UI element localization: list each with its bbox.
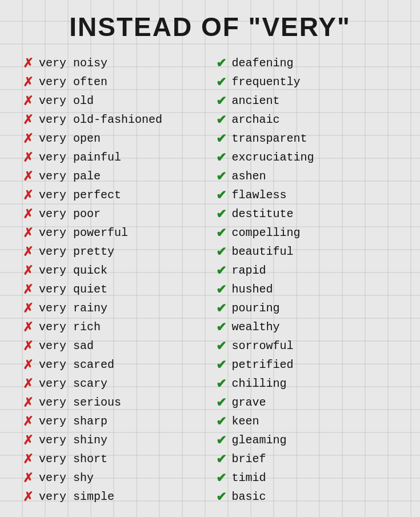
- left-column: ✗ very noisy ✗ very often ✗ very old ✗ v…: [17, 54, 210, 506]
- bad-word: very serious: [39, 396, 121, 409]
- check-icon: ✔: [216, 359, 226, 371]
- bad-word: very open: [39, 132, 101, 145]
- list-item: ✗ very powerful: [17, 223, 210, 242]
- list-item: ✗ very noisy: [17, 54, 210, 73]
- good-word: ancient: [232, 94, 280, 107]
- list-item: ✔ timid: [210, 468, 403, 487]
- list-item: ✗ very quiet: [17, 280, 210, 299]
- list-item: ✔ compelling: [210, 223, 403, 242]
- bad-word: very simple: [39, 490, 114, 503]
- check-icon: ✔: [216, 453, 226, 466]
- x-icon: ✗: [23, 114, 33, 126]
- good-word: petrified: [232, 358, 294, 371]
- check-icon: ✔: [216, 170, 226, 183]
- list-item: ✔ petrified: [210, 355, 403, 374]
- good-word: transparent: [232, 132, 307, 145]
- list-item: ✗ very shy: [17, 468, 210, 487]
- good-word: deafening: [232, 57, 294, 70]
- bad-word: very painful: [39, 151, 121, 164]
- list-item: ✗ very rich: [17, 318, 210, 336]
- good-word: wealthy: [232, 320, 280, 334]
- check-icon: ✔: [216, 151, 226, 164]
- good-word: grave: [232, 396, 266, 409]
- list-item: ✔ destitute: [210, 205, 403, 223]
- right-column: ✔ deafening ✔ frequently ✔ ancient ✔ arc…: [210, 54, 403, 506]
- list-item: ✔ hushed: [210, 280, 403, 299]
- good-word: brief: [232, 452, 266, 466]
- x-icon: ✗: [23, 283, 33, 296]
- check-icon: ✔: [216, 57, 226, 70]
- check-icon: ✔: [216, 283, 226, 296]
- check-icon: ✔: [216, 133, 226, 145]
- x-icon: ✗: [23, 396, 33, 409]
- x-icon: ✗: [23, 302, 33, 315]
- bad-word: very powerful: [39, 226, 128, 239]
- good-word: timid: [232, 471, 266, 484]
- list-item: ✗ very old-fashioned: [17, 110, 210, 129]
- good-word: keen: [232, 415, 259, 428]
- x-icon: ✗: [23, 434, 33, 447]
- list-item: ✗ very pale: [17, 167, 210, 186]
- bad-word: very noisy: [39, 57, 107, 70]
- list-item: ✔ ashen: [210, 167, 403, 186]
- x-icon: ✗: [23, 264, 33, 277]
- good-word: gleaming: [232, 434, 287, 447]
- check-icon: ✔: [216, 76, 226, 89]
- list-item: ✔ brief: [210, 450, 403, 468]
- list-item: ✗ very scary: [17, 374, 210, 393]
- list-item: ✗ very poor: [17, 205, 210, 223]
- list-item: ✔ transparent: [210, 129, 403, 148]
- bad-word: very rainy: [39, 302, 107, 315]
- bad-word: very pretty: [39, 245, 114, 258]
- list-item: ✔ keen: [210, 412, 403, 431]
- good-word: beautiful: [232, 245, 294, 258]
- bad-word: very short: [39, 452, 107, 466]
- x-icon: ✗: [23, 359, 33, 371]
- good-word: compelling: [232, 226, 301, 239]
- list-item: ✔ archaic: [210, 110, 403, 129]
- list-item: ✗ very simple: [17, 487, 210, 506]
- check-icon: ✔: [216, 208, 226, 221]
- list-item: ✔ rapid: [210, 261, 403, 280]
- bad-word: very shy: [39, 471, 94, 484]
- check-icon: ✔: [216, 264, 226, 277]
- check-icon: ✔: [216, 321, 226, 334]
- bad-word: very sad: [39, 339, 94, 352]
- x-icon: ✗: [23, 95, 33, 107]
- list-item: ✗ very scared: [17, 355, 210, 374]
- list-item: ✔ wealthy: [210, 318, 403, 336]
- list-item: ✗ very painful: [17, 148, 210, 167]
- bad-word: very pale: [39, 170, 101, 183]
- bad-word: very poor: [39, 207, 101, 221]
- list-item: ✗ very short: [17, 450, 210, 468]
- list-item: ✗ very sad: [17, 336, 210, 355]
- good-word: excruciating: [232, 151, 314, 164]
- good-word: frequently: [232, 75, 301, 89]
- x-icon: ✗: [23, 57, 33, 70]
- check-icon: ✔: [216, 434, 226, 447]
- x-icon: ✗: [23, 208, 33, 221]
- x-icon: ✗: [23, 378, 33, 390]
- x-icon: ✗: [23, 321, 33, 334]
- x-icon: ✗: [23, 453, 33, 466]
- bad-word: very often: [39, 75, 107, 89]
- good-word: hushed: [232, 283, 273, 296]
- check-icon: ✔: [216, 246, 226, 258]
- bad-word: very sharp: [39, 415, 107, 428]
- x-icon: ✗: [23, 189, 33, 202]
- check-icon: ✔: [216, 472, 226, 484]
- bad-word: very quick: [39, 264, 107, 277]
- check-icon: ✔: [216, 340, 226, 352]
- check-icon: ✔: [216, 396, 226, 409]
- bad-word: very scary: [39, 377, 107, 390]
- good-word: rapid: [232, 264, 266, 277]
- good-word: sorrowful: [232, 339, 294, 352]
- list-item: ✔ gleaming: [210, 431, 403, 450]
- check-icon: ✔: [216, 302, 226, 315]
- list-item: ✗ very shiny: [17, 431, 210, 450]
- page-title: INSTEAD OF "VERY": [17, 11, 403, 42]
- bad-word: very rich: [39, 320, 101, 334]
- x-icon: ✗: [23, 76, 33, 89]
- bad-word: very quiet: [39, 283, 107, 296]
- list-item: ✔ pouring: [210, 299, 403, 318]
